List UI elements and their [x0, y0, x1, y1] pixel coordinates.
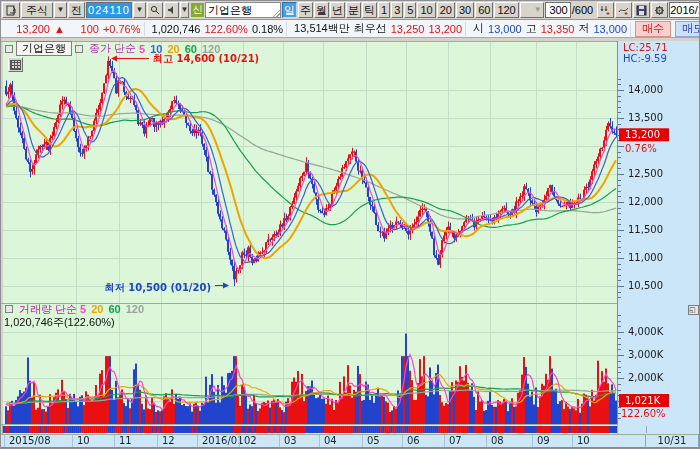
volume-ratio: 122.60% [204, 23, 247, 35]
speaker-icon [167, 5, 177, 15]
toolbar: 주식 ▼ 전 024110 ▼ ▼ 신 기업은행 일주월년분틱 13510203… [1, 1, 700, 20]
best-ask: 13,250 [391, 23, 425, 35]
ma-period-label: 20 [91, 303, 103, 315]
stock-code-value: 024110 [88, 4, 130, 16]
pane-handle-icon[interactable] [75, 45, 83, 53]
interval-button[interactable]: 3 [391, 2, 403, 18]
asset-type-dropdown[interactable]: ▼ [54, 2, 67, 18]
volume-value: 1,020,746 [152, 23, 201, 35]
trendline-icon [618, 5, 629, 16]
interval-button[interactable]: 120 [494, 2, 518, 18]
open-label: 시 [473, 21, 484, 36]
volume-group: 1,020,746 122.60% 0.18% [149, 22, 288, 36]
indicator-add-button[interactable] [597, 2, 614, 18]
low-price: 13,000 [593, 23, 627, 35]
sound-dropdown[interactable]: ▼ [180, 2, 189, 18]
trendline-button[interactable] [615, 2, 632, 18]
quote-bar: 13,200 ▲ 100 +0.76% 1,020,746 122.60% 0.… [1, 20, 700, 38]
chevron-down-icon: ▼ [136, 6, 144, 14]
jeon-button[interactable]: 전 [68, 2, 85, 18]
buy-button[interactable]: 매수 [635, 21, 671, 37]
price-change: 100 [69, 23, 99, 35]
interval-button[interactable]: 5 [404, 2, 416, 18]
chart-window: 주식 ▼ 전 024110 ▼ ▼ 신 기업은행 일주월년분틱 13510203… [0, 0, 700, 449]
ma-period-label: 120 [126, 303, 144, 315]
axis-expand-button[interactable]: ◱ [688, 305, 699, 315]
turnover-pct: 0.18% [252, 23, 283, 35]
candle-max-label: /600 [572, 4, 596, 16]
search-button[interactable] [147, 2, 163, 18]
ma-period-label: 60 [185, 43, 197, 55]
chevron-down-icon: ▼ [181, 6, 189, 14]
window-menu-icon [6, 5, 17, 16]
ma-period-label: 5 [139, 43, 145, 55]
best-quote-label: 최우선 [354, 21, 387, 36]
ma-period-label: 120 [202, 43, 220, 55]
period-button[interactable]: 분 [346, 2, 361, 18]
sound-button[interactable] [164, 2, 179, 18]
stock-tab[interactable]: 기업은행 [16, 41, 72, 56]
high-price: 13,350 [541, 23, 575, 35]
trade-value: 13,514백만 [294, 21, 350, 36]
chart-grid-button[interactable] [8, 57, 23, 72]
ma-period-label: 20 [167, 43, 179, 55]
interval-button[interactable]: 20 [437, 2, 455, 18]
value-group: 13,514백만 최우선 13,250 13,200 [291, 22, 466, 36]
search-icon [150, 5, 160, 15]
stock-name-field[interactable]: 기업은행 [205, 2, 281, 18]
stock-name-value: 기업은행 [208, 3, 252, 18]
resize-grip-icon[interactable] [273, 10, 280, 17]
asset-type-label: 주식 [26, 3, 48, 18]
ma-period-label: 60 [108, 303, 120, 315]
period-button[interactable]: 년 [330, 2, 345, 18]
date-input[interactable]: 2016/10/31 [669, 2, 700, 18]
interval-combo[interactable]: ▼ [520, 2, 544, 18]
code-dropdown[interactable]: ▼ [133, 2, 146, 18]
ma-period-label: 10 [150, 43, 162, 55]
volume-pane-header: 거래량 단순 52060120 [5, 303, 144, 315]
period-button[interactable]: 틱 [362, 2, 377, 18]
period-button[interactable]: 일 [282, 2, 297, 18]
save-button[interactable] [633, 2, 650, 18]
jeon-label: 전 [71, 3, 82, 18]
sell-button[interactable]: 매도 [675, 21, 700, 37]
interval-button[interactable]: 1 [378, 2, 390, 18]
period-button[interactable]: 주 [298, 2, 313, 18]
window-menu-button[interactable] [2, 2, 20, 18]
price-ma-legend: 5102060120 [139, 43, 220, 55]
price-pane-header: 기업은행 종가 단순 5102060120 [5, 42, 220, 55]
price-legend-title: 종가 단순 [89, 41, 136, 56]
stock-code-input[interactable]: 024110 [86, 2, 132, 18]
ohl-group: 시 13,000 고 13,350 저 13,000 [470, 22, 631, 36]
up-arrow-icon: ▲ [54, 23, 65, 35]
low-label: 저 [578, 21, 589, 36]
interval-button[interactable]: 10 [417, 2, 435, 18]
settings-button[interactable] [651, 2, 668, 18]
interval-button[interactable]: 60 [475, 2, 493, 18]
period-button-group: 일주월년분틱 [282, 2, 377, 18]
gear-icon [654, 5, 665, 16]
ma-period-label: 5 [80, 303, 86, 315]
chevron-down-icon: ▼ [57, 6, 65, 14]
chevron-down-icon: ▼ [534, 6, 542, 14]
grid-icon [10, 60, 21, 70]
pane-handle-icon[interactable] [5, 45, 13, 53]
high-label: 고 [526, 21, 537, 36]
stock-chart-canvas[interactable] [1, 1, 700, 449]
best-bid: 13,200 [428, 23, 462, 35]
volume-amount-text: 1,020,746주(122.60%) [4, 315, 115, 330]
interval-button[interactable]: 30 [456, 2, 474, 18]
price-change-pct: +0.76% [103, 23, 141, 35]
volume-ma-legend: 52060120 [80, 303, 144, 315]
candle-count-input[interactable]: 300 [545, 2, 571, 18]
credit-new-badge: 신 [191, 3, 204, 17]
save-icon [636, 5, 647, 16]
asset-type-button[interactable]: 주식 [21, 2, 53, 18]
indicator-add-icon [600, 5, 611, 16]
price-group: 13,200 ▲ 100 +0.76% [5, 22, 145, 36]
open-price: 13,000 [488, 23, 522, 35]
interval-button-group: 13510203060120 [378, 2, 519, 18]
last-price: 13,200 [8, 23, 50, 35]
pane-handle-icon[interactable] [5, 305, 13, 313]
period-button[interactable]: 월 [314, 2, 329, 18]
